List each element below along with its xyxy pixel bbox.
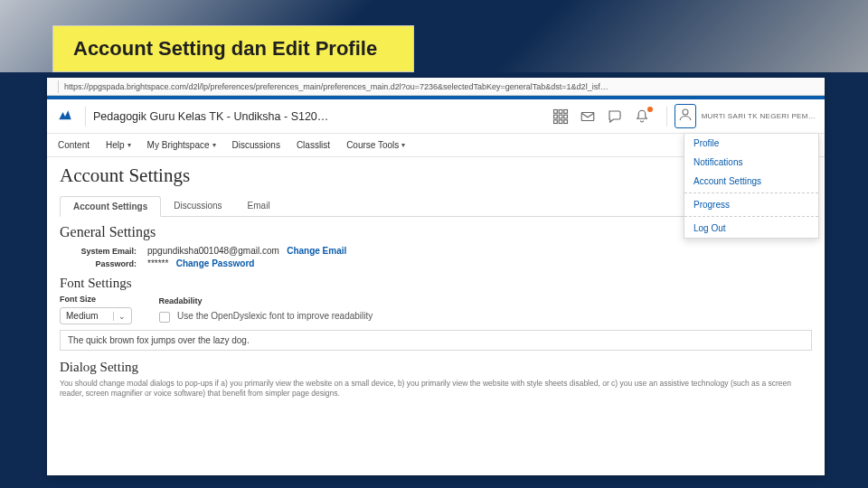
change-email-link[interactable]: Change Email	[287, 246, 346, 256]
svg-point-10	[683, 109, 688, 115]
browser-window: https://ppgspada.brightspace.com/d2l/lp/…	[47, 78, 825, 475]
avatar-icon	[677, 113, 693, 126]
dialog-setting-description: You should change modal dialogs to pop-u…	[60, 379, 812, 399]
user-name-label: MURTI SARI TK NEGERI PEM…	[702, 112, 816, 120]
menu-item-profile[interactable]: Profile	[684, 134, 818, 153]
password-label: Password:	[60, 259, 137, 268]
course-title[interactable]: Pedagogik Guru Kelas TK - Undiksha - S12…	[93, 110, 328, 123]
nav-course-tools[interactable]: Course Tools▾	[346, 140, 405, 150]
font-settings-heading: Font Settings	[60, 276, 812, 291]
user-menu-trigger[interactable]: MURTI SARI TK NEGERI PEM…	[675, 104, 816, 128]
nav-content[interactable]: Content	[58, 140, 90, 150]
logo-icon	[56, 108, 74, 126]
svg-rect-7	[559, 119, 562, 123]
nav-mybrightspace[interactable]: My Brightspace▾	[147, 140, 216, 150]
dialog-setting-heading: Dialog Setting	[60, 360, 812, 375]
svg-rect-1	[559, 109, 562, 113]
menu-item-progress[interactable]: Progress	[684, 195, 818, 214]
font-size-label: Font Size	[60, 295, 132, 304]
slide-title: Account Setting dan Edit Profile	[52, 25, 414, 72]
notification-dot-icon	[647, 107, 653, 112]
svg-rect-3	[553, 115, 557, 118]
chevron-down-icon: ▾	[127, 141, 131, 149]
chevron-down-icon: ▾	[401, 141, 405, 149]
svg-rect-5	[563, 115, 567, 118]
system-email-label: System Email:	[60, 247, 137, 256]
tab-account-settings[interactable]: Account Settings	[60, 196, 161, 217]
app-bar: Pedagogik Guru Kelas TK - Undiksha - S12…	[47, 99, 825, 134]
menu-item-notifications[interactable]: Notifications	[684, 153, 818, 172]
opendyslexic-label: Use the OpenDyslexic font to improve rea…	[177, 311, 373, 321]
nav-classlist[interactable]: Classlist	[297, 140, 330, 150]
readability-label: Readability	[159, 296, 373, 305]
svg-rect-0	[553, 109, 557, 113]
change-password-link[interactable]: Change Password	[176, 258, 255, 268]
tab-email[interactable]: Email	[235, 196, 283, 216]
font-preview-box: The quick brown fox jumps over the lazy …	[60, 330, 812, 351]
mail-icon[interactable]	[580, 108, 596, 125]
chat-icon[interactable]	[607, 108, 623, 125]
password-value: ******	[147, 258, 168, 268]
opendyslexic-checkbox[interactable]	[159, 312, 170, 323]
svg-rect-4	[559, 115, 562, 118]
menu-item-account-settings[interactable]: Account Settings	[684, 172, 818, 191]
user-dropdown-menu: Profile Notifications Account Settings P…	[684, 134, 819, 239]
svg-rect-8	[563, 119, 567, 123]
nav-discussions[interactable]: Discussions	[232, 140, 280, 150]
menu-item-logout[interactable]: Log Out	[684, 219, 818, 238]
bell-icon[interactable]	[634, 108, 650, 125]
nav-help[interactable]: Help▾	[106, 140, 131, 150]
chevron-down-icon: ▾	[212, 141, 216, 149]
font-size-select[interactable]: Medium ⌄	[60, 307, 132, 324]
apps-grid-icon[interactable]	[552, 108, 569, 125]
system-email-value: ppgundiksha001048@gmail.com	[147, 246, 279, 256]
font-size-value: Medium	[66, 311, 99, 321]
svg-rect-9	[581, 112, 594, 120]
svg-rect-2	[563, 109, 567, 113]
url-bar: https://ppgspada.brightspace.com/d2l/lp/…	[47, 78, 825, 96]
tab-discussions[interactable]: Discussions	[161, 196, 234, 216]
chevron-down-icon: ⌄	[113, 312, 126, 321]
svg-rect-6	[553, 119, 557, 123]
url-text: https://ppgspada.brightspace.com/d2l/lp/…	[64, 82, 819, 91]
